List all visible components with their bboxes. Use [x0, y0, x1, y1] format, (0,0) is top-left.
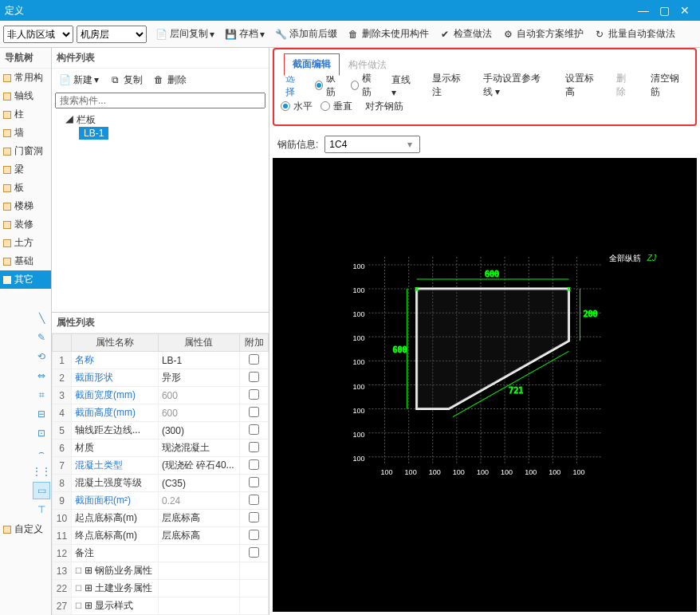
vtool-rotate-icon[interactable]: ⟲: [33, 348, 50, 365]
nav-item[interactable]: 装修: [0, 215, 51, 234]
property-row[interactable]: 6材质现浇混凝土: [53, 440, 269, 457]
nav-item[interactable]: 基础: [0, 252, 51, 270]
right-pane: 截面编辑 构件做法 选择 纵筋 横筋 直线 ▾ 显示标注 手动设置参考线 ▾ 设…: [269, 48, 700, 615]
nav-item[interactable]: 土方: [0, 234, 51, 252]
extra-checkbox[interactable]: [249, 495, 259, 505]
check-icon: ✔: [438, 28, 451, 41]
tree-node-selected[interactable]: LB-1: [79, 127, 108, 140]
nav-item[interactable]: 柱: [0, 105, 51, 124]
property-row[interactable]: 3截面宽度(mm)600: [53, 387, 269, 404]
extra-checkbox[interactable]: [249, 442, 259, 452]
nav-item[interactable]: 墙: [0, 124, 51, 142]
delete-unused-button[interactable]: 🗑删除未使用构件: [342, 25, 434, 43]
property-row[interactable]: 2截面形状异形: [53, 369, 269, 387]
search-component-input[interactable]: [55, 93, 265, 108]
vtool-wall-icon[interactable]: ⌗: [33, 386, 50, 404]
extra-checkbox[interactable]: [249, 477, 259, 487]
delete-rebar-button[interactable]: 删除: [612, 70, 638, 101]
vtool-line-icon[interactable]: ╲: [33, 309, 50, 327]
property-row[interactable]: 8混凝土强度等级(C35): [53, 475, 269, 492]
property-row[interactable]: 10起点底标高(m)层底标高: [53, 510, 269, 527]
property-row[interactable]: 13⊞ 钢筋业务属性: [53, 562, 269, 580]
extra-checkbox[interactable]: [249, 407, 259, 417]
extra-checkbox[interactable]: [249, 389, 259, 400]
nav-item[interactable]: 轴线: [0, 87, 51, 105]
nav-item[interactable]: 板: [0, 179, 51, 197]
extra-checkbox[interactable]: [249, 547, 259, 558]
property-row[interactable]: 11终点底标高(m)层底标高: [53, 527, 269, 545]
copy-component-button[interactable]: ⧉复制: [105, 72, 146, 89]
delete-component-button[interactable]: 🗑删除: [149, 72, 190, 89]
extra-checkbox[interactable]: [249, 424, 259, 435]
folder-icon: [3, 74, 11, 82]
property-row[interactable]: 12备注: [53, 545, 269, 562]
svg-text:100: 100: [352, 286, 364, 294]
vtool-tee-icon[interactable]: ⊤: [33, 501, 50, 518]
auto-maintain-button[interactable]: ⚙自动套方案维护: [497, 25, 588, 43]
tab-component-method[interactable]: 构件做法: [340, 54, 395, 76]
set-elev-button[interactable]: 设置标高: [560, 70, 604, 101]
property-row[interactable]: 5轴线距左边线...(300): [53, 422, 269, 440]
clear-rebar-button[interactable]: 清空钢筋: [646, 70, 689, 101]
property-row[interactable]: 9截面面积(m²)0.24: [53, 492, 269, 510]
minimize-button[interactable]: —: [633, 4, 654, 17]
extra-checkbox[interactable]: [249, 530, 259, 540]
property-table: 属性名称 属性值 附加 1名称LB-12截面形状异形3截面宽度(mm)6004截…: [52, 333, 269, 615]
svg-text:100: 100: [429, 468, 441, 476]
property-row[interactable]: 22⊞ 土建业务属性: [53, 580, 269, 597]
svg-text:100: 100: [381, 468, 393, 476]
tab-section-edit[interactable]: 截面编辑: [284, 53, 340, 76]
svg-marker-19: [417, 289, 569, 409]
vtool-slope-icon[interactable]: ⌢: [33, 444, 50, 461]
copy-floor-button[interactable]: 📄层间复制▾: [150, 25, 219, 43]
steel-info-dropdown-icon[interactable]: ▾: [407, 139, 412, 150]
horiz-rebar-radio[interactable]: 横筋: [351, 72, 379, 99]
new-component-button[interactable]: 📄新建▾: [55, 72, 102, 89]
svg-text:100: 100: [405, 468, 417, 476]
close-button[interactable]: ✕: [674, 4, 695, 17]
extra-checkbox[interactable]: [249, 459, 259, 470]
copy-icon: ⧉: [108, 73, 121, 86]
vtool-ruler-icon[interactable]: ⇔: [33, 367, 50, 384]
tree-node-l1[interactable]: ◢ 栏板: [57, 113, 264, 127]
archive-button[interactable]: 💾存档▾: [219, 25, 269, 43]
manual-ref-button[interactable]: 手动设置参考线 ▾: [478, 70, 553, 101]
vtool-selected-icon[interactable]: ▭: [33, 482, 50, 499]
vertical-radio[interactable]: 垂直: [321, 100, 352, 113]
batch-auto-button[interactable]: ↻批量自动套做法: [588, 25, 680, 43]
horizontal-radio[interactable]: 水平: [281, 100, 313, 113]
property-row[interactable]: 4截面高度(mm)600: [53, 404, 269, 422]
svg-text:100: 100: [352, 383, 364, 391]
extra-checkbox[interactable]: [249, 512, 259, 522]
nav-item[interactable]: 楼梯: [0, 197, 51, 215]
align-rebar-button[interactable]: 对齐钢筋: [360, 98, 408, 115]
nav-item[interactable]: 其它: [0, 270, 51, 289]
maximize-button[interactable]: ▢: [654, 4, 674, 17]
property-list-title: 属性列表: [52, 313, 269, 333]
vtool-align-icon[interactable]: ⊟: [33, 405, 50, 423]
add-prefix-button[interactable]: 🔧添加前后缀: [269, 25, 342, 43]
nav-item[interactable]: 梁: [0, 160, 51, 179]
vtool-pen-icon[interactable]: ✎: [33, 329, 50, 346]
vtool-section-icon[interactable]: ⊡: [33, 424, 50, 442]
vtool-grid-icon[interactable]: ⋮⋮: [33, 463, 50, 480]
property-row[interactable]: 1名称LB-1: [53, 352, 269, 369]
show-mark-button[interactable]: 显示标注: [427, 70, 470, 101]
vert-rebar-radio[interactable]: 纵筋: [315, 72, 343, 99]
steel-info-input[interactable]: [324, 136, 420, 153]
zone-select[interactable]: 非人防区域: [3, 26, 73, 43]
svg-text:100: 100: [549, 468, 560, 476]
nav-item[interactable]: 常用构: [0, 69, 51, 87]
svg-text:100: 100: [352, 310, 364, 318]
floor-select[interactable]: 机房层: [77, 26, 147, 43]
nav-item[interactable]: 门窗洞: [0, 142, 51, 160]
section-canvas[interactable]: 600 200 600 721 全部纵筋 ZJ 1001001001001001…: [273, 158, 697, 612]
check-method-button[interactable]: ✔检查做法: [434, 25, 497, 43]
extra-checkbox[interactable]: [249, 354, 259, 365]
col-index: [53, 334, 72, 352]
property-row[interactable]: 27⊞ 显示样式: [53, 597, 269, 615]
nav-item-custom[interactable]: 自定义: [0, 520, 51, 538]
extra-checkbox[interactable]: [249, 372, 259, 382]
property-row[interactable]: 7混凝土类型(现浇砼 碎石40...: [53, 457, 269, 475]
component-list-title: 构件列表: [52, 48, 269, 69]
